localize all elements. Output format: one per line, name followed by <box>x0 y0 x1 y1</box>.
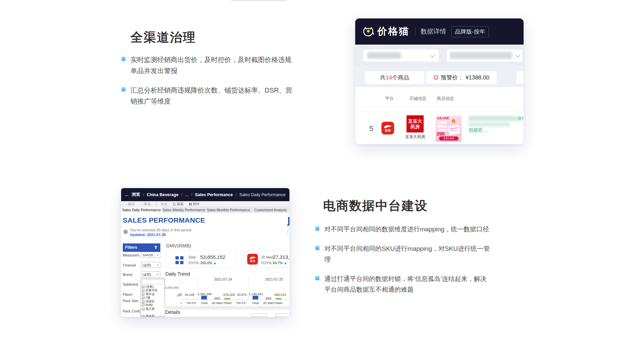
total-prefix: 共 <box>380 74 386 81</box>
checkbox-checked-icon[interactable]: ✓ <box>142 308 145 310</box>
channel-dropdown[interactable]: (全部) ▼ <box>141 262 160 268</box>
redacted-product-title <box>469 122 510 127</box>
pricecat-brand: 价格猫 <box>377 25 410 38</box>
checkbox-checked-icon[interactable]: ✓ <box>142 293 145 296</box>
total-suffix: 个商品 <box>392 74 409 81</box>
checkbox-checked-icon[interactable]: ✓ <box>142 315 145 317</box>
bar-jdmart <box>214 297 220 299</box>
subbrand-search-input[interactable] <box>142 279 164 284</box>
checkbox-checked-icon[interactable]: ✓ <box>142 286 145 288</box>
jd-platform-icon: 京东 <box>381 122 394 134</box>
kpi-yoy-value: 54.7% ▲ <box>273 261 287 265</box>
bar-tmart <box>276 298 281 299</box>
filter-label-brand: Brand <box>123 273 132 277</box>
chevron-down-icon <box>516 53 520 58</box>
jd-platform-label: 京东 <box>250 260 255 263</box>
breadcrumb-separator: / <box>235 192 236 197</box>
pricecat-nav-version-tab[interactable]: 品牌版-按年 <box>451 26 489 37</box>
datahub-bullet-2: 对不同平台间相同的SKU进行mapping，对SKU进行统一管理 <box>315 243 492 265</box>
filter-label-packconfig: Pack Confi... <box>123 309 143 313</box>
period-note: You've selected 30 days in this period <box>130 228 191 232</box>
column-header-platform: 平台 <box>385 96 394 102</box>
checkbox-checked-icon[interactable]: ✓ <box>142 297 145 299</box>
pricecat-header: 价格猫 数据详情 品牌版-按年 <box>355 18 524 45</box>
total-channels-icon <box>180 261 183 264</box>
filter-dropdown-1[interactable] <box>363 50 439 62</box>
brand-dropdown[interactable]: (全部) ▼ <box>141 271 160 277</box>
filters-panel-header: Filters <box>123 243 160 252</box>
bar-value: 468,415 <box>273 293 287 296</box>
redacted-filter-value <box>450 52 512 59</box>
bar-total <box>201 296 207 299</box>
refresh-button[interactable]: 刷新 <box>173 202 184 207</box>
alert-price-label: 预警价： <box>441 74 464 81</box>
redacted-filter-value <box>367 52 401 59</box>
restore-button[interactable]: |← 恢复 <box>156 202 168 207</box>
subbrand-option[interactable]: ✓纯水乐 <box>142 314 155 317</box>
total-channels-icon <box>175 261 179 264</box>
filter-label-measurement: Measurem... <box>123 253 142 257</box>
bar-value: 1,391,186 <box>195 292 214 296</box>
breadcrumb-ellipsis[interactable]: ... <box>185 192 188 197</box>
channel-bullet-2-text: 汇总分析经销商违规降价次数、铺货达标率、DSR、营销推广等维度 <box>130 87 292 105</box>
pause-button[interactable]: 暂停 <box>189 202 200 207</box>
row-index: 5 <box>369 124 373 133</box>
datahub-bullet-1: 对不同平台间相同的数据维度进行mapping，统一数据口径 <box>315 224 492 235</box>
tab-sales-monthly[interactable]: Sales Monthly Performance <box>206 207 252 213</box>
kpi-yoy-value: 205.0% ▲ <box>200 261 217 265</box>
product-title-link[interactable]: 肌梗死 ... <box>469 127 488 133</box>
breadcrumb-sales-performance[interactable]: Sales Performance <box>195 192 233 197</box>
bullet-marker-icon <box>315 276 319 280</box>
bar-x-label: Total <box>248 301 262 305</box>
chart-date-group: 2021-07-24 <box>202 277 245 281</box>
measurement-dropdown[interactable]: GMV(R... ▼ <box>141 252 160 258</box>
filter-label-channel: Channel <box>123 263 136 267</box>
subbrand-option[interactable]: ✓混入装 <box>142 307 155 311</box>
undo-button[interactable]: ← 撤消 <box>123 202 135 207</box>
option-label: 混入装 <box>146 307 155 311</box>
alert-price-value: ¥1388.00 <box>466 74 489 81</box>
y-axis-tick: 5,000,000 <box>159 286 179 289</box>
bar-value: 576,323 <box>222 293 236 296</box>
tab-customized[interactable]: Customized Analysis <box>252 207 289 213</box>
breadcrumb-browse[interactable]: 浏览 <box>132 192 140 197</box>
channel-section-title: 全渠道治理 <box>130 29 196 46</box>
breadcrumb-china-beverage[interactable]: China Beverage <box>147 192 178 197</box>
checkbox-checked-icon[interactable]: ✓ <box>142 303 145 306</box>
promo-text-line <box>437 121 447 124</box>
product-price: 298 <box>437 131 444 136</box>
kpi-yoy-label: YOY% <box>261 261 272 265</box>
tab-sales-daily[interactable]: Sales Daily Performance <box>121 207 162 213</box>
dashboard-breadcrumb-bar: ← 浏览 / China Beverage / ... / Sales Perf… <box>121 188 289 201</box>
product-tag: 急性 <box>518 115 524 121</box>
back-arrow-icon[interactable]: ← <box>124 192 129 197</box>
flame-badge-icon <box>450 118 457 124</box>
option-label: 纯水乐 <box>146 314 155 317</box>
header-divider <box>415 27 416 36</box>
chart-baseline <box>180 299 289 300</box>
redo-button[interactable]: → 重做 <box>140 202 151 207</box>
checkbox-checked-icon[interactable]: ✓ <box>142 289 145 292</box>
bullet-marker-icon <box>315 246 319 250</box>
chart-scroll-strip[interactable] <box>164 306 289 309</box>
datahub-bullet-2-text: 对不同平台间相同的SKU进行mapping，对SKU进行统一管理 <box>324 245 490 263</box>
option-label: bubly <box>146 303 153 306</box>
caret-down-icon: ▼ <box>157 264 159 266</box>
subbrand-option[interactable]: ✓bubly <box>142 303 153 306</box>
datahub-bullet-1-text: 对不同平台间相同的数据维度进行mapping，统一数据口径 <box>324 226 489 233</box>
checkbox-checked-icon[interactable]: ✓ <box>142 300 145 303</box>
y-axis-tick: 0 <box>159 294 179 297</box>
product-image[interactable]: 京东大药房 298 京东大药房 <box>436 116 462 142</box>
kpi-value: 53,855,152 <box>200 254 225 260</box>
pricecat-screenshot-card: 价格猫 数据详情 品牌版-按年 共 14 个商品 <box>355 18 524 144</box>
filter-label-flavor: Flavor <box>123 292 132 296</box>
pricecat-filter-row <box>355 45 524 66</box>
tab-sales-weekly[interactable]: Sales Weekly Performance <box>162 207 206 213</box>
dashboard-toolbar: ← 撤消 → 重做 |← 恢复 刷新 <box>121 201 289 207</box>
table-divider <box>365 106 514 107</box>
chevron-down-icon <box>430 53 435 58</box>
filter-dropdown-2[interactable] <box>447 50 522 62</box>
clipped-details-control <box>251 313 266 317</box>
clipped-badge <box>517 71 524 84</box>
kpi-yoy-label: YOY% <box>188 261 199 265</box>
